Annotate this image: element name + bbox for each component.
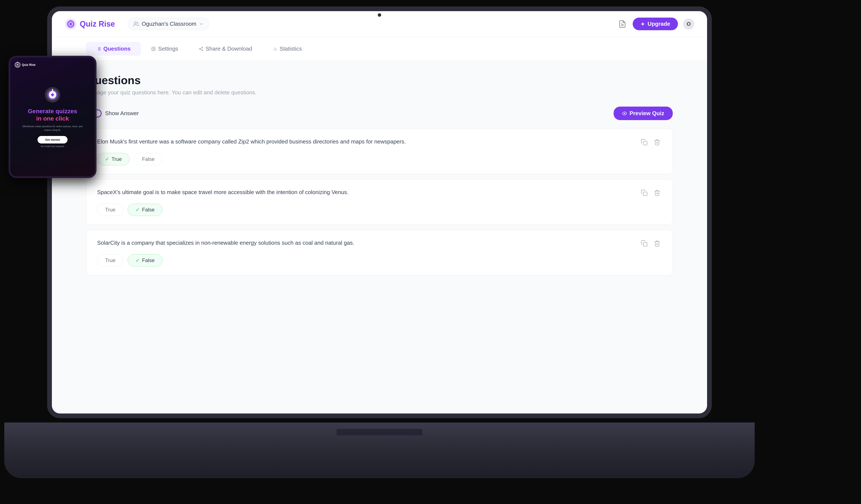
- question-card: SpaceX's ultimate goal is to make space …: [86, 179, 673, 225]
- answer-true[interactable]: True: [97, 204, 123, 216]
- question-header: Elon Musk's first venture was a software…: [97, 137, 662, 147]
- question-header: SolarCity is a company that specializes …: [97, 239, 662, 248]
- question-actions: [640, 137, 662, 147]
- page-subtitle: Manage your quiz questions here. You can…: [86, 89, 673, 96]
- brand-name: Quiz Rise: [80, 19, 115, 28]
- tab-share[interactable]: Share & Download: [189, 42, 262, 56]
- controls-row: Show Answer Preview Quiz: [86, 107, 673, 120]
- eye-icon: [622, 111, 627, 116]
- tablet-cta-button[interactable]: Get started: [38, 136, 68, 144]
- main-content: Questions Manage your quiz questions her…: [52, 61, 707, 413]
- question-text: Elon Musk's first venture was a software…: [97, 137, 640, 146]
- question-text: SolarCity is a company that specializes …: [97, 239, 640, 247]
- brand-logo-area: Quiz Rise: [65, 18, 115, 30]
- question-card: SolarCity is a company that specializes …: [86, 230, 673, 275]
- settings-icon: [151, 46, 156, 51]
- list-icon: [96, 46, 101, 51]
- svg-rect-22: [643, 141, 647, 145]
- svg-point-12: [153, 48, 154, 50]
- tablet-logo-main: [44, 86, 61, 104]
- tab-questions[interactable]: Questions: [86, 42, 141, 56]
- tablet-brand-text: Quiz Rise: [22, 63, 36, 67]
- tab-statistics-label: Statistics: [279, 45, 302, 52]
- laptop-base: [4, 422, 755, 478]
- answer-true[interactable]: ✓ True: [97, 153, 130, 165]
- answer-true[interactable]: True: [97, 254, 123, 267]
- user-avatar[interactable]: O: [683, 18, 694, 30]
- nav-right: Upgrade O: [617, 17, 694, 30]
- app-screen: Quiz Rise Oguzhan's Classroom: [52, 11, 707, 413]
- tablet-subtitle: Effortlessly create questions for online…: [23, 125, 83, 132]
- preview-quiz-button[interactable]: Preview Quiz: [614, 107, 673, 120]
- copy-icon[interactable]: [640, 239, 649, 248]
- svg-point-13: [202, 47, 203, 48]
- stats-icon: [273, 46, 277, 51]
- question-card: Elon Musk's first venture was a software…: [86, 129, 673, 174]
- classroom-icon: [133, 21, 139, 27]
- app-wrapper: Quiz Rise Oguzhan's Classroom: [52, 11, 707, 413]
- tablet-main-logo: [44, 86, 61, 104]
- brand-logo-icon: [65, 18, 77, 30]
- svg-point-14: [200, 48, 201, 50]
- page-title: Questions: [86, 74, 673, 87]
- copy-icon[interactable]: [640, 137, 649, 147]
- tab-settings-label: Settings: [158, 45, 178, 52]
- chevron-down-icon: [199, 22, 204, 26]
- question-header: SpaceX's ultimate goal is to make space …: [97, 188, 662, 197]
- tablet-no-card-text: No Credit Card required!: [41, 145, 64, 148]
- answer-false[interactable]: ✓ False: [127, 254, 163, 267]
- classroom-name: Oguzhan's Classroom: [142, 21, 196, 27]
- copy-icon[interactable]: [640, 188, 649, 197]
- tablet-headline-line2: in one click: [28, 115, 77, 122]
- svg-line-16: [201, 49, 202, 50]
- check-circle-icon: ✓: [136, 257, 140, 263]
- tablet-content: Quiz Rise Generate quizzes in one click …: [10, 57, 95, 176]
- question-actions: [640, 188, 662, 197]
- svg-point-15: [202, 50, 203, 51]
- delete-icon[interactable]: [652, 137, 662, 147]
- svg-point-3: [134, 22, 136, 24]
- svg-rect-23: [643, 192, 647, 195]
- check-circle-icon: ✓: [105, 156, 109, 162]
- question-text: SpaceX's ultimate goal is to make space …: [97, 188, 640, 196]
- upgrade-button[interactable]: Upgrade: [633, 17, 678, 30]
- svg-rect-24: [643, 243, 647, 246]
- document-icon[interactable]: [617, 19, 628, 29]
- answer-false[interactable]: False: [134, 153, 163, 165]
- answer-false[interactable]: ✓ False: [127, 204, 163, 216]
- share-icon: [199, 46, 203, 51]
- sparkle-icon: [640, 22, 645, 26]
- tablet-headline-line1: Generate quizzes: [28, 108, 77, 115]
- tab-statistics[interactable]: Statistics: [262, 42, 312, 56]
- tablet-headline: Generate quizzes in one click: [28, 108, 77, 122]
- laptop-screen: Quiz Rise Oguzhan's Classroom: [47, 6, 712, 418]
- tabs-bar: Questions Settings: [52, 37, 707, 61]
- answer-options: True ✓ False: [97, 204, 662, 216]
- show-answer-label: Show Answer: [105, 110, 139, 117]
- delete-icon[interactable]: [652, 239, 662, 248]
- laptop-hinge: [337, 429, 422, 435]
- tablet-brand-row: Quiz Rise: [15, 62, 36, 68]
- answer-options: ✓ True False: [97, 153, 662, 165]
- tab-questions-label: Questions: [103, 45, 131, 52]
- tab-share-label: Share & Download: [206, 45, 252, 52]
- tablet-device: Quiz Rise Generate quizzes in one click …: [9, 56, 96, 178]
- svg-point-26: [17, 64, 18, 65]
- check-circle-icon: ✓: [136, 207, 140, 213]
- delete-icon[interactable]: [652, 188, 662, 197]
- tablet-logo-icon: [15, 62, 20, 68]
- classroom-selector[interactable]: Oguzhan's Classroom: [128, 18, 209, 30]
- laptop-camera: [378, 13, 381, 17]
- svg-line-17: [201, 47, 202, 49]
- svg-point-21: [624, 113, 625, 114]
- answer-options: True ✓ False: [97, 254, 662, 267]
- laptop-device: Quiz Rise Oguzhan's Classroom: [47, 6, 712, 478]
- question-actions: [640, 239, 662, 248]
- tab-settings[interactable]: Settings: [141, 42, 189, 56]
